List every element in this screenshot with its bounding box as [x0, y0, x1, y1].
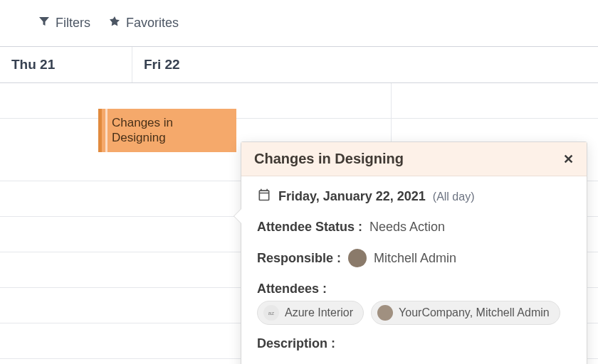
day-headers: Thu 21 Fri 22 [0, 46, 598, 83]
popover-header: Changes in Designing ✕ [241, 142, 587, 176]
description-row: Description : [257, 336, 571, 351]
responsible-value: Mitchell Admin [374, 251, 456, 266]
popover-allday: (All day) [433, 191, 475, 203]
popover-title: Changes in Designing [254, 151, 404, 167]
favorites-button[interactable]: Favorites [109, 16, 179, 31]
avatar [377, 305, 393, 321]
attendee-status-label: Attendee Status : [257, 220, 362, 235]
filter-icon [38, 16, 50, 31]
attendee-status-value: Needs Action [369, 220, 445, 235]
calendar-icon [257, 188, 271, 205]
description-label: Description : [257, 336, 335, 351]
avatar [348, 249, 367, 267]
event-title: Changes in Designing [112, 116, 173, 144]
day-header-fri[interactable]: Fri 22 [132, 47, 194, 82]
popover-date-row: Friday, January 22, 2021 (All day) [257, 188, 571, 205]
close-icon[interactable]: ✕ [563, 151, 574, 167]
popover-body: Friday, January 22, 2021 (All day) Atten… [241, 176, 587, 364]
event-popover: Changes in Designing ✕ Friday, January 2… [241, 141, 587, 364]
attendee-chip[interactable]: YourCompany, Mitchell Admin [371, 301, 560, 325]
popover-date: Friday, January 22, 2021 [278, 189, 426, 204]
attendee-chips: az Azure Interior YourCompany, Mitchell … [257, 301, 571, 325]
favorites-label: Favorites [126, 16, 179, 31]
popover-pointer [234, 209, 241, 223]
attendee-chip[interactable]: az Azure Interior [257, 301, 364, 325]
responsible-row: Responsible : Mitchell Admin [257, 249, 571, 267]
star-icon [109, 16, 120, 31]
responsible-label: Responsible : [257, 251, 341, 266]
filters-label: Filters [56, 16, 90, 31]
calendar-event[interactable]: Changes in Designing [98, 109, 236, 152]
filters-button[interactable]: Filters [38, 16, 90, 31]
attendee-name: YourCompany, Mitchell Admin [399, 306, 550, 319]
attendees-label: Attendees : [257, 282, 327, 296]
attendee-status-row: Attendee Status : Needs Action [257, 220, 571, 235]
attendee-name: Azure Interior [285, 306, 353, 319]
toolbar: Filters Favorites [0, 0, 598, 46]
calendar-grid[interactable]: Changes in Designing Changes in Designin… [0, 83, 598, 364]
attendees-row: Attendees : az Azure Interior YourCompan… [257, 282, 571, 325]
company-logo-icon: az [263, 305, 279, 321]
day-header-thu[interactable]: Thu 21 [0, 47, 132, 82]
